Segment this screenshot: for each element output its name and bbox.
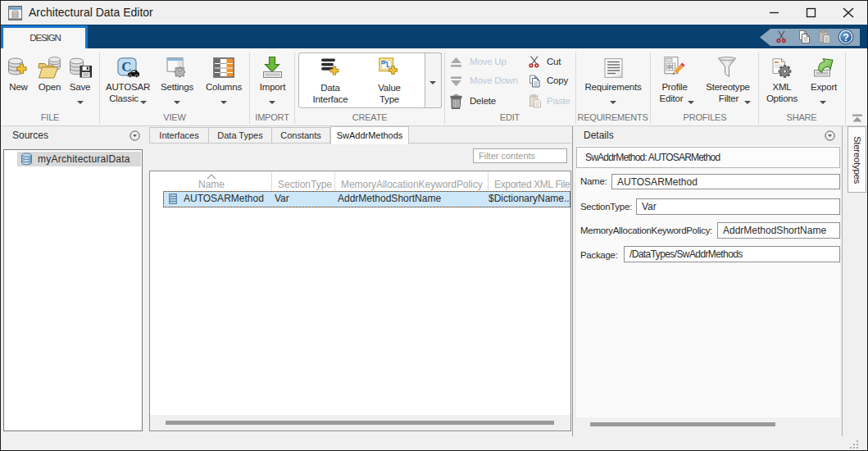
svg-text:?: ? [843,32,849,43]
svg-text:C: C [121,59,131,75]
svg-text:333: 333 [667,66,672,69]
